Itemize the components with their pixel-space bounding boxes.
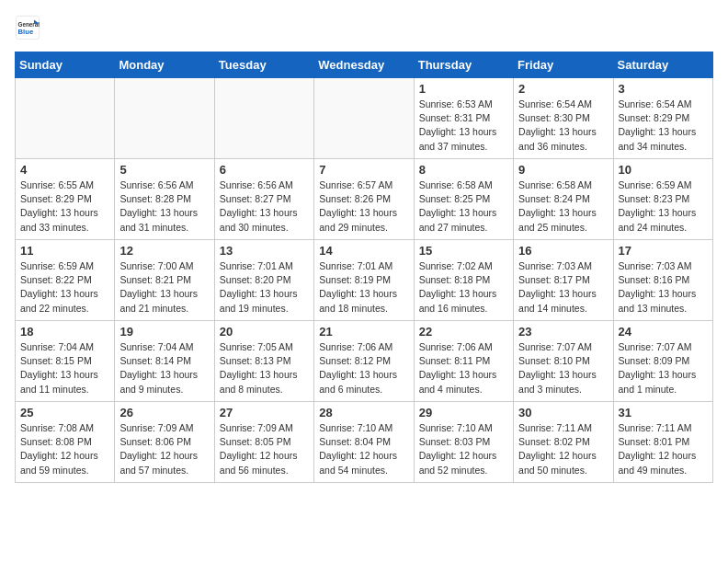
day-info: Sunrise: 7:01 AM Sunset: 8:19 PM Dayligh… — [319, 259, 408, 316]
day-info: Sunrise: 6:59 AM Sunset: 8:23 PM Dayligh… — [619, 178, 708, 235]
calendar-cell: 23Sunrise: 7:07 AM Sunset: 8:10 PM Dayli… — [514, 321, 613, 402]
header-cell-monday: Monday — [115, 52, 214, 78]
day-info: Sunrise: 6:57 AM Sunset: 8:26 PM Dayligh… — [319, 178, 408, 235]
calendar-cell — [314, 78, 414, 159]
day-number: 27 — [220, 406, 309, 419]
logo: General Blue — [15, 15, 44, 40]
day-number: 30 — [518, 406, 608, 419]
header-cell-saturday: Saturday — [613, 52, 712, 78]
day-info: Sunrise: 6:58 AM Sunset: 8:24 PM Dayligh… — [518, 178, 608, 235]
day-info: Sunrise: 7:04 AM Sunset: 8:15 PM Dayligh… — [20, 340, 109, 396]
day-info: Sunrise: 7:07 AM Sunset: 8:09 PM Dayligh… — [619, 340, 708, 396]
day-info: Sunrise: 7:01 AM Sunset: 8:20 PM Dayligh… — [220, 259, 309, 316]
day-info: Sunrise: 7:09 AM Sunset: 8:05 PM Dayligh… — [220, 421, 309, 477]
day-info: Sunrise: 6:54 AM Sunset: 8:29 PM Dayligh… — [619, 98, 708, 154]
day-number: 21 — [319, 325, 408, 339]
day-number: 23 — [518, 325, 608, 339]
calendar-cell: 13Sunrise: 7:01 AM Sunset: 8:20 PM Dayli… — [214, 240, 313, 321]
day-number: 31 — [619, 406, 708, 419]
calendar-cell — [16, 78, 115, 159]
day-info: Sunrise: 7:04 AM Sunset: 8:14 PM Dayligh… — [119, 340, 209, 396]
day-info: Sunrise: 7:06 AM Sunset: 8:12 PM Dayligh… — [319, 340, 408, 396]
day-info: Sunrise: 6:53 AM Sunset: 8:31 PM Dayligh… — [419, 98, 508, 154]
day-number: 17 — [619, 244, 708, 258]
day-info: Sunrise: 6:56 AM Sunset: 8:27 PM Dayligh… — [220, 178, 309, 235]
page-header: General Blue — [15, 15, 713, 40]
calendar-cell: 31Sunrise: 7:11 AM Sunset: 8:01 PM Dayli… — [613, 402, 712, 483]
calendar-cell: 11Sunrise: 6:59 AM Sunset: 8:22 PM Dayli… — [16, 240, 115, 321]
calendar-cell: 19Sunrise: 7:04 AM Sunset: 8:14 PM Dayli… — [115, 321, 214, 402]
calendar-cell: 30Sunrise: 7:11 AM Sunset: 8:02 PM Dayli… — [514, 402, 613, 483]
day-number: 15 — [419, 244, 508, 258]
day-number: 6 — [220, 163, 309, 177]
day-number: 19 — [119, 325, 209, 339]
calendar-cell: 17Sunrise: 7:03 AM Sunset: 8:16 PM Dayli… — [613, 240, 712, 321]
day-info: Sunrise: 7:10 AM Sunset: 8:04 PM Dayligh… — [319, 421, 408, 477]
day-info: Sunrise: 7:05 AM Sunset: 8:13 PM Dayligh… — [220, 340, 309, 396]
calendar-cell: 9Sunrise: 6:58 AM Sunset: 8:24 PM Daylig… — [514, 159, 613, 240]
day-number: 10 — [619, 163, 708, 177]
day-info: Sunrise: 6:58 AM Sunset: 8:25 PM Dayligh… — [419, 178, 508, 235]
day-number: 25 — [20, 406, 109, 419]
calendar-cell: 14Sunrise: 7:01 AM Sunset: 8:19 PM Dayli… — [314, 240, 414, 321]
calendar-cell: 10Sunrise: 6:59 AM Sunset: 8:23 PM Dayli… — [613, 159, 712, 240]
day-info: Sunrise: 6:56 AM Sunset: 8:28 PM Dayligh… — [119, 178, 209, 235]
day-info: Sunrise: 6:55 AM Sunset: 8:29 PM Dayligh… — [20, 178, 109, 235]
calendar-cell: 25Sunrise: 7:08 AM Sunset: 8:08 PM Dayli… — [16, 402, 115, 483]
header-cell-sunday: Sunday — [16, 52, 115, 78]
day-number: 2 — [518, 82, 608, 96]
day-number: 22 — [419, 325, 508, 339]
day-number: 4 — [20, 163, 109, 177]
day-number: 14 — [319, 244, 408, 258]
calendar-cell: 28Sunrise: 7:10 AM Sunset: 8:04 PM Dayli… — [314, 402, 414, 483]
calendar-cell: 15Sunrise: 7:02 AM Sunset: 8:18 PM Dayli… — [414, 240, 513, 321]
day-info: Sunrise: 7:09 AM Sunset: 8:06 PM Dayligh… — [119, 421, 209, 477]
calendar-cell: 21Sunrise: 7:06 AM Sunset: 8:12 PM Dayli… — [314, 321, 414, 402]
day-info: Sunrise: 7:10 AM Sunset: 8:03 PM Dayligh… — [419, 421, 508, 477]
calendar-cell: 26Sunrise: 7:09 AM Sunset: 8:06 PM Dayli… — [115, 402, 214, 483]
calendar-cell: 18Sunrise: 7:04 AM Sunset: 8:15 PM Dayli… — [16, 321, 115, 402]
header-cell-wednesday: Wednesday — [314, 52, 414, 78]
calendar-row-3: 18Sunrise: 7:04 AM Sunset: 8:15 PM Dayli… — [16, 321, 713, 402]
calendar-cell — [214, 78, 313, 159]
day-info: Sunrise: 7:11 AM Sunset: 8:01 PM Dayligh… — [619, 421, 708, 477]
day-info: Sunrise: 7:03 AM Sunset: 8:17 PM Dayligh… — [518, 259, 608, 316]
calendar-cell: 6Sunrise: 6:56 AM Sunset: 8:27 PM Daylig… — [214, 159, 313, 240]
day-number: 24 — [619, 325, 708, 339]
header-cell-tuesday: Tuesday — [214, 52, 313, 78]
day-info: Sunrise: 7:08 AM Sunset: 8:08 PM Dayligh… — [20, 421, 109, 477]
header-row: SundayMondayTuesdayWednesdayThursdayFrid… — [16, 52, 713, 78]
calendar-row-1: 4Sunrise: 6:55 AM Sunset: 8:29 PM Daylig… — [16, 159, 713, 240]
calendar-cell: 7Sunrise: 6:57 AM Sunset: 8:26 PM Daylig… — [314, 159, 414, 240]
calendar-row-0: 1Sunrise: 6:53 AM Sunset: 8:31 PM Daylig… — [16, 78, 713, 159]
calendar-cell: 1Sunrise: 6:53 AM Sunset: 8:31 PM Daylig… — [414, 78, 513, 159]
day-info: Sunrise: 7:11 AM Sunset: 8:02 PM Dayligh… — [518, 421, 608, 477]
day-info: Sunrise: 7:02 AM Sunset: 8:18 PM Dayligh… — [419, 259, 508, 316]
calendar-cell: 2Sunrise: 6:54 AM Sunset: 8:30 PM Daylig… — [514, 78, 613, 159]
day-info: Sunrise: 7:06 AM Sunset: 8:11 PM Dayligh… — [419, 340, 508, 396]
day-number: 18 — [20, 325, 109, 339]
calendar-cell: 22Sunrise: 7:06 AM Sunset: 8:11 PM Dayli… — [414, 321, 513, 402]
calendar-cell: 29Sunrise: 7:10 AM Sunset: 8:03 PM Dayli… — [414, 402, 513, 483]
calendar-cell: 24Sunrise: 7:07 AM Sunset: 8:09 PM Dayli… — [613, 321, 712, 402]
calendar-header: SundayMondayTuesdayWednesdayThursdayFrid… — [16, 52, 713, 78]
day-number: 1 — [419, 82, 508, 96]
day-number: 20 — [220, 325, 309, 339]
day-info: Sunrise: 7:00 AM Sunset: 8:21 PM Dayligh… — [119, 259, 209, 316]
calendar-cell: 27Sunrise: 7:09 AM Sunset: 8:05 PM Dayli… — [214, 402, 313, 483]
day-info: Sunrise: 6:59 AM Sunset: 8:22 PM Dayligh… — [20, 259, 109, 316]
day-number: 13 — [220, 244, 309, 258]
calendar-cell: 5Sunrise: 6:56 AM Sunset: 8:28 PM Daylig… — [115, 159, 214, 240]
calendar-row-4: 25Sunrise: 7:08 AM Sunset: 8:08 PM Dayli… — [16, 402, 713, 483]
calendar-cell: 4Sunrise: 6:55 AM Sunset: 8:29 PM Daylig… — [16, 159, 115, 240]
day-info: Sunrise: 7:03 AM Sunset: 8:16 PM Dayligh… — [619, 259, 708, 316]
calendar-cell: 3Sunrise: 6:54 AM Sunset: 8:29 PM Daylig… — [613, 78, 712, 159]
calendar-cell — [115, 78, 214, 159]
day-number: 7 — [319, 163, 408, 177]
day-info: Sunrise: 7:07 AM Sunset: 8:10 PM Dayligh… — [518, 340, 608, 396]
calendar-cell: 8Sunrise: 6:58 AM Sunset: 8:25 PM Daylig… — [414, 159, 513, 240]
day-number: 29 — [419, 406, 508, 419]
svg-text:Blue: Blue — [18, 28, 34, 36]
day-number: 16 — [518, 244, 608, 258]
calendar-cell: 16Sunrise: 7:03 AM Sunset: 8:17 PM Dayli… — [514, 240, 613, 321]
